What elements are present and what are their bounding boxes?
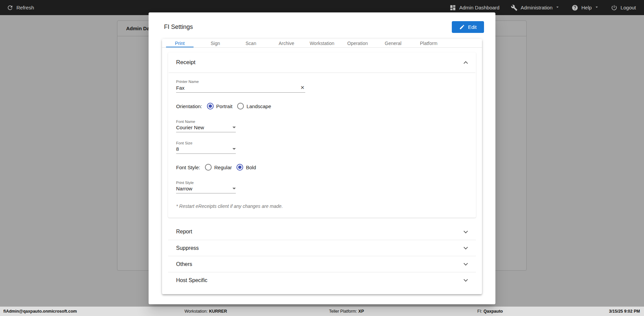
font-name-value: Courier New (176, 125, 204, 130)
print-style-field: Print Style Narrow (176, 181, 236, 193)
admin-dashboard-label: Admin Dashboard (459, 5, 499, 10)
printer-name-label: Printer Name (176, 80, 305, 84)
receipt-panel-body: Printer Name ✕ Orientation: Portrait (168, 73, 476, 218)
receipt-panel: Receipt Printer Name ✕ (168, 52, 476, 218)
radio-unselected-icon (237, 103, 244, 109)
chevron-up-icon (464, 61, 468, 65)
administration-label: Administration (521, 5, 552, 10)
chevron-down-icon (595, 4, 599, 11)
tab-sign[interactable]: Sign (198, 39, 233, 47)
host-specific-panel-title: Host Specific (176, 277, 207, 283)
receipt-panel-title: Receipt (176, 59, 196, 66)
report-panel-header[interactable]: Report (168, 224, 476, 240)
print-style-select[interactable]: Narrow (176, 186, 236, 193)
orientation-landscape-label: Landscape (247, 103, 271, 109)
teller-platform-label: Teller Platform: (329, 309, 357, 314)
administration-menu[interactable]: Administration (511, 4, 560, 11)
fi-label: FI: (477, 309, 482, 314)
others-panel-header[interactable]: Others (168, 256, 476, 272)
font-size-label: Font Size (176, 141, 236, 145)
dropdown-arrow-icon (232, 188, 236, 189)
tab-print[interactable]: Print (162, 39, 198, 47)
orientation-portrait-radio[interactable]: Portrait (207, 103, 232, 109)
suppress-panel-title: Suppress (176, 245, 199, 251)
statusbar-datetime: 3/15/25 9:02 PM (609, 307, 640, 316)
tab-general[interactable]: General (375, 39, 411, 47)
chevron-down-icon (555, 4, 560, 11)
print-style-label: Print Style (176, 181, 236, 185)
teller-platform-value: XP (358, 309, 364, 314)
font-name-field: Font Name Courier New (176, 120, 236, 132)
help-label: Help (581, 5, 592, 10)
orientation-landscape-radio[interactable]: Landscape (237, 103, 271, 109)
font-style-group: Font Style: Regular Bold (176, 164, 468, 171)
refresh-button[interactable]: Refresh (7, 4, 34, 11)
chevron-down-icon (464, 245, 468, 250)
edit-button[interactable]: Edit (452, 21, 484, 33)
clear-icon[interactable]: ✕ (300, 85, 305, 91)
refresh-label: Refresh (16, 5, 34, 10)
chevron-down-icon (464, 229, 468, 233)
tab-workstation[interactable]: Workstation (304, 39, 340, 47)
help-menu[interactable]: Help (572, 4, 599, 11)
tab-scan[interactable]: Scan (233, 39, 269, 47)
dropdown-arrow-icon (232, 127, 236, 128)
chevron-down-icon (464, 277, 468, 282)
accordion-list: Receipt Printer Name ✕ (162, 48, 482, 294)
dialog-header: FI Settings Edit (149, 12, 495, 39)
radio-selected-icon (207, 103, 214, 109)
suppress-panel-header[interactable]: Suppress (168, 240, 476, 256)
statusbar-teller-platform: Teller Platform: XP (329, 307, 364, 316)
orientation-portrait-label: Portrait (216, 103, 232, 109)
font-style-bold-radio[interactable]: Bold (236, 164, 256, 171)
fi-value: Qaxpauto (484, 309, 503, 314)
statusbar-fi: FI: Qaxpauto (477, 307, 503, 316)
statusbar-user: fiAdmin@qaxpauto.onmicrosoft.com (3, 307, 77, 316)
report-panel-title: Report (176, 229, 192, 235)
font-style-regular-label: Regular (214, 165, 232, 170)
printer-name-field: Printer Name ✕ (176, 80, 305, 93)
workstation-value: KURRER (209, 309, 227, 314)
receipt-panel-header[interactable]: Receipt (168, 52, 476, 73)
wrench-icon (511, 4, 518, 11)
help-icon (572, 4, 578, 11)
font-style-label: Font Style: (176, 165, 200, 170)
font-size-select[interactable]: 8 (176, 146, 236, 154)
print-style-value: Narrow (176, 186, 192, 191)
logout-label: Logout (621, 5, 636, 10)
font-size-field: Font Size 8 (176, 141, 236, 154)
admin-dashboard-button[interactable]: Admin Dashboard (449, 4, 499, 11)
fi-settings-dialog: FI Settings Edit Print Sign Scan Archive… (149, 12, 495, 304)
radio-unselected-icon (205, 164, 212, 171)
printer-name-input[interactable] (176, 85, 300, 91)
statusbar: fiAdmin@qaxpauto.onmicrosoft.com Worksta… (0, 307, 644, 316)
font-style-regular-radio[interactable]: Regular (205, 164, 232, 171)
dashboard-icon (449, 4, 456, 11)
settings-card: Print Sign Scan Archive Workstation Oper… (162, 39, 482, 294)
tab-platform[interactable]: Platform (411, 39, 446, 47)
host-specific-panel-header[interactable]: Host Specific (168, 272, 476, 288)
font-size-value: 8 (176, 146, 179, 152)
workstation-label: Workstation: (184, 309, 208, 314)
radio-selected-icon (236, 164, 243, 171)
font-name-select[interactable]: Courier New (176, 125, 236, 132)
refresh-icon (7, 4, 13, 11)
settings-tabs: Print Sign Scan Archive Workstation Oper… (162, 39, 482, 48)
topbar-right: Admin Dashboard Administration Help Logo… (449, 4, 636, 11)
logout-button[interactable]: Logout (611, 4, 636, 11)
screen: Refresh Admin Dashboard Administration H… (0, 0, 644, 316)
others-panel-title: Others (176, 261, 192, 267)
font-name-label: Font Name (176, 120, 236, 124)
font-style-bold-label: Bold (246, 165, 256, 170)
pencil-icon (459, 24, 465, 30)
power-icon (611, 4, 618, 11)
dropdown-arrow-icon (232, 148, 236, 150)
edit-button-label: Edit (468, 24, 477, 30)
tab-archive[interactable]: Archive (269, 39, 304, 47)
dialog-title: FI Settings (164, 24, 193, 31)
tab-operation[interactable]: Operation (340, 39, 375, 47)
statusbar-workstation: Workstation: KURRER (184, 307, 227, 316)
chevron-down-icon (464, 261, 468, 266)
restart-note: * Restart eReceipts client if any change… (176, 204, 468, 209)
orientation-label: Orientation: (176, 103, 202, 109)
